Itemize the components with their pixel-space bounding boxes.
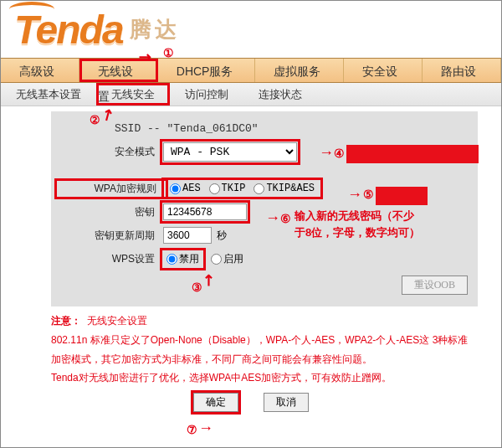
cancel-button[interactable]: 取消: [264, 393, 309, 412]
arrow-7: →: [198, 420, 213, 437]
key-interval-label: 密钥更新周期: [56, 229, 163, 243]
nav-advanced[interactable]: 高级设置: [1, 59, 79, 82]
key-interval-input[interactable]: [163, 227, 212, 244]
ssid-line: SSID -- "Tenda_061DC0": [56, 122, 259, 135]
radio-tkip[interactable]: [209, 183, 220, 194]
pink-bar-5: [376, 187, 428, 205]
nav-virtual-server[interactable]: 虚拟服务器: [255, 59, 344, 82]
subnav-status[interactable]: 连接状态: [243, 83, 317, 106]
radio-tkipaes[interactable]: [254, 183, 264, 194]
key-hint: 输入新的无线密码（不少 于8位，字母，数字均可）: [295, 208, 420, 240]
wps-disable[interactable]: 禁用: [166, 252, 199, 266]
ok-button[interactable]: 确定: [193, 393, 238, 412]
sub-nav: 无线基本设置 无线安全 访问控制 连接状态: [1, 83, 501, 106]
subnav-access[interactable]: 访问控制: [170, 83, 243, 106]
swoosh-icon: [9, 2, 54, 17]
button-row: 确定 取消: [1, 393, 501, 412]
notes-header-rest: 无线安全设置: [87, 315, 147, 327]
sec-mode-select[interactable]: WPA - PSK: [163, 142, 297, 162]
key-interval-unit: 秒: [217, 229, 227, 243]
subnav-security[interactable]: 无线安全: [96, 83, 170, 106]
nav-wireless[interactable]: 无线设置: [79, 59, 158, 82]
notes-area: 注意： 无线安全设置 802.11n 标准只定义了Open-None（Disab…: [51, 312, 478, 388]
wpa-rule-aes[interactable]: AES: [170, 183, 201, 194]
notes-header-lead: 注意：: [51, 315, 81, 327]
radio-wps-disable[interactable]: [166, 254, 177, 265]
wpa-rule-tkip[interactable]: TKIP: [209, 183, 246, 194]
pink-bar-4: [346, 145, 479, 163]
brand-text-cn: 腾达: [130, 15, 180, 44]
nav-routing[interactable]: 路由设置: [423, 59, 501, 82]
sec-mode-label: 安全模式: [56, 145, 163, 159]
wpa-rule-tkipaes[interactable]: TKIP&AES: [254, 183, 315, 194]
header: Tenda 腾达: [1, 1, 501, 58]
notes-line1: 802.11n 标准只定义了Open-None（Disable），WPA-个人-…: [51, 331, 478, 369]
radio-wps-enable[interactable]: [211, 254, 222, 265]
wpa-rule-label: WPA加密规则: [58, 182, 165, 196]
wps-label: WPS设置: [56, 252, 163, 266]
wps-enable[interactable]: 启用: [211, 252, 243, 266]
nav-security[interactable]: 安全设置: [344, 59, 423, 82]
key-input[interactable]: [163, 203, 247, 220]
nav-dhcp[interactable]: DHCP服务器: [158, 59, 255, 82]
wpa-rule-group: AES TKIP TKIP&AES: [165, 181, 320, 196]
brand-logo-en: Tenda: [14, 7, 123, 53]
notes-line2: Tenda对无线加密进行了优化，选择WPA中AES加密方式，可有效防止蹭网。: [51, 368, 478, 388]
key-label: 密钥: [56, 205, 163, 219]
radio-aes[interactable]: [170, 183, 181, 194]
subnav-basic[interactable]: 无线基本设置: [1, 83, 96, 106]
reset-oob-button[interactable]: 重设OOB: [402, 275, 468, 295]
marker-7: ⑦: [187, 423, 197, 436]
main-nav: 高级设置 无线设置 DHCP服务器 虚拟服务器 安全设置 路由设置: [1, 58, 501, 83]
